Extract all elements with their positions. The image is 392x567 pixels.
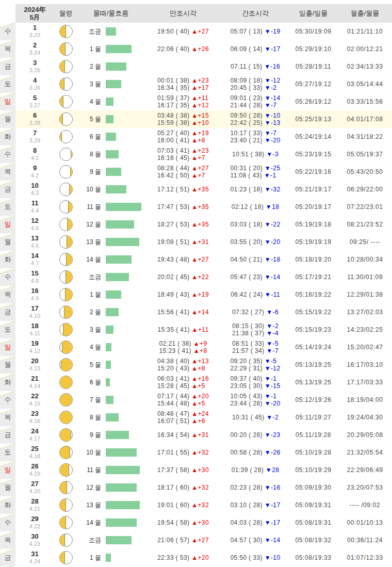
moon-illumination: [69, 183, 72, 196]
high-tide-times-cell: 15:56 ( 41) ▲+14: [144, 303, 222, 321]
moon-phase-icon: [59, 463, 73, 477]
table-row: 목 9 4.2 9 물 08:28 ( 44) ▲+2716:42 ( 50) …: [0, 163, 392, 181]
table-row: 토 4 3.26 3 물 00:01 ( 38) ▲+2316:34 ( 35)…: [0, 75, 392, 93]
falling-delta: ▼-1: [264, 172, 276, 179]
sunrise-sunset-value: 05:19/19:18: [289, 216, 338, 233]
tide-cell: 1 물: [77, 286, 144, 303]
tide-strength-bar: [106, 326, 113, 334]
table-row: 금 31 4.24 1 물 22:33 ( 53) ▲+20 05:50 ( 3…: [0, 549, 392, 566]
low-tide-times-cell: 02:12 ( 18) ▼18: [222, 198, 289, 216]
tide-name-label: 2 물: [77, 62, 101, 71]
sunrise-sunset-value: 05:17/19:21: [289, 268, 338, 286]
tide-strength-bar: [106, 273, 129, 281]
day-of-week-label: 월: [5, 115, 11, 124]
tide-cell: 9 물: [77, 163, 144, 181]
lunar-date: 4.12: [29, 347, 40, 354]
high-tide-times: 01:59 ( 37) ▲+1116:17 ( 35) ▲+12: [157, 94, 209, 109]
falling-delta: ▼-16: [264, 63, 280, 70]
lunar-date: 3.27: [29, 102, 40, 109]
tide-name-label: 조금: [77, 536, 101, 545]
table-row: 월 27 4.20 12 물 18:17 ( 60) ▲+32 02:23 ( …: [0, 479, 392, 496]
lunar-date: 4.21: [29, 505, 40, 512]
day-of-week-cell: 목: [0, 40, 15, 58]
moon-cell: [54, 75, 77, 93]
table-row: 수 8 4.1 8 물 07:03 ( 41) ▲+2316:16 ( 45) …: [0, 145, 392, 163]
moon-illumination: [66, 253, 72, 266]
low-tide-times: 09:01 ( 23) ▼-1421:44 ( 28) ▼-7: [231, 94, 281, 109]
date-cell: 26 4.19: [15, 461, 54, 479]
moon-illumination: [60, 499, 66, 511]
tide-strength-bar: [106, 62, 126, 71]
date-cell: 11 4.4: [15, 198, 54, 216]
rising-delta: ▲+31: [191, 431, 209, 439]
day-of-week-cell: 수: [0, 23, 15, 40]
low-tide-times-cell: 10:31 ( 45) ▼-2: [222, 409, 289, 426]
table-row: 화 21 4.14 6 물 06:03 ( 41) ▲+1615:28 ( 45…: [0, 374, 392, 391]
moon-cell: [54, 303, 77, 321]
date-cell: 10 4.3: [15, 181, 54, 198]
moon-illumination: [67, 218, 72, 231]
sunrise-sunset-value: 05:29/19:10: [289, 40, 338, 58]
day-number: 15: [31, 270, 38, 277]
low-tide-times-cell: 01:39 ( 28) ▼28: [222, 461, 289, 479]
low-tide-times-cell: 04:03 ( 28) ▼-17: [222, 514, 289, 531]
lunar-date: 4.11: [29, 330, 40, 337]
sunrise-sunset-value: 05:21/19:17: [289, 181, 338, 198]
low-tide-times: 01:23 ( 18) ▼-32: [231, 186, 281, 193]
rising-delta: ▲+6: [191, 417, 205, 425]
high-tide-times: 07:03 ( 41) ▲+2316:16 ( 45) ▲+7: [157, 147, 209, 161]
table-row: 일 19 4.12 4 물 02:21 ( 38) ▲+915:23 ( 41)…: [0, 338, 392, 356]
date-cell: 18 4.11: [15, 321, 54, 338]
tide-name-label: 3 물: [77, 80, 101, 89]
low-tide-times-cell: 03:55 ( 20) ▼-20: [222, 233, 289, 251]
rising-delta: ▲+27: [191, 28, 209, 35]
low-tide-times: 04:57 ( 30) ▼-14: [231, 537, 281, 544]
low-tide-times: 00:31 ( 20) ▼-2511:08 ( 43) ▼-1: [231, 165, 281, 179]
falling-delta: ▼-5: [266, 340, 279, 347]
tide-strength-bar: [106, 396, 113, 404]
rising-delta: ▲+30: [191, 519, 209, 526]
day-number: 31: [31, 550, 38, 558]
rising-delta: ▲+7: [191, 172, 205, 179]
low-tide-times-cell: 00:31 ( 20) ▼-2511:08 ( 43) ▼-1: [222, 163, 289, 181]
tide-time-line: 05:50 ( 33) ▼-10: [231, 554, 281, 561]
falling-delta: ▼-25: [265, 165, 281, 172]
high-tide-times: 15:35 ( 41) ▲+11: [157, 326, 208, 333]
moon-illumination: [65, 288, 72, 301]
moon-illumination: [60, 25, 66, 38]
rising-delta: ▲+27: [191, 256, 209, 263]
day-of-week-label: 금: [5, 307, 11, 317]
date-cell: 23 4.16: [15, 409, 54, 426]
table-row: 화 7 3.29 6 물 05:27 ( 40) ▲+1916:00 ( 41)…: [0, 128, 392, 145]
rising-delta: ▲+32: [191, 484, 209, 491]
tide-strength-bar: [106, 98, 113, 106]
tide-strength-bar: [106, 220, 134, 229]
moon-illumination: [60, 78, 64, 90]
low-tide-times: 00:20 ( 28) ▼-23: [231, 431, 281, 439]
lunar-date: 4.6: [31, 242, 39, 249]
falling-delta: ▼-20: [265, 238, 281, 246]
table-row: 금 10 4.3 10 물 17:12 ( 51) ▲+35 01:23 ( 1…: [0, 181, 392, 198]
moonrise-moonset-value: 00:01/10:13: [338, 514, 392, 531]
table-row: 수 15 4.8 조금 20:02 ( 45) ▲+22 05:47 ( 23)…: [0, 268, 392, 286]
sunrise-sunset-value: 05:25/19:13: [289, 110, 338, 128]
tide-time-line: 22:42 ( 25) ▼-13: [231, 119, 281, 126]
sunrise-sunset-value: 05:11/19:27: [289, 409, 338, 426]
moonrise-moonset-value: 06:29/22:00: [338, 181, 392, 198]
tide-time-line: 08:15 ( 30) ▼-2: [232, 322, 279, 330]
tide-time-line: 04:38 ( 40) ▲+13: [157, 358, 209, 365]
day-of-week-label: 일: [5, 343, 11, 352]
tide-strength-bar: [106, 290, 121, 299]
sunrise-sunset-value: 05:27/19:12: [289, 75, 338, 93]
high-tide-times-cell: 08:28 ( 44) ▲+2716:42 ( 50) ▲+7: [144, 163, 222, 181]
moon-illumination: [61, 359, 72, 371]
low-tide-times: 05:47 ( 23) ▼-14: [231, 273, 281, 281]
lunar-date: 4.18: [29, 452, 40, 460]
moonrise-moonset-value: 01:21/11:10: [338, 23, 392, 40]
rising-delta: ▲+20: [191, 393, 209, 400]
lunar-date: 4.7: [31, 260, 39, 267]
moon-phase-icon: [59, 270, 73, 284]
low-tide-times-cell: 07:11 ( 15) ▼-16: [222, 58, 289, 75]
moonrise-moonset-value: 08:21/23:52: [338, 216, 392, 233]
sunrise-sunset-value: 05:13/19:25: [289, 374, 338, 391]
